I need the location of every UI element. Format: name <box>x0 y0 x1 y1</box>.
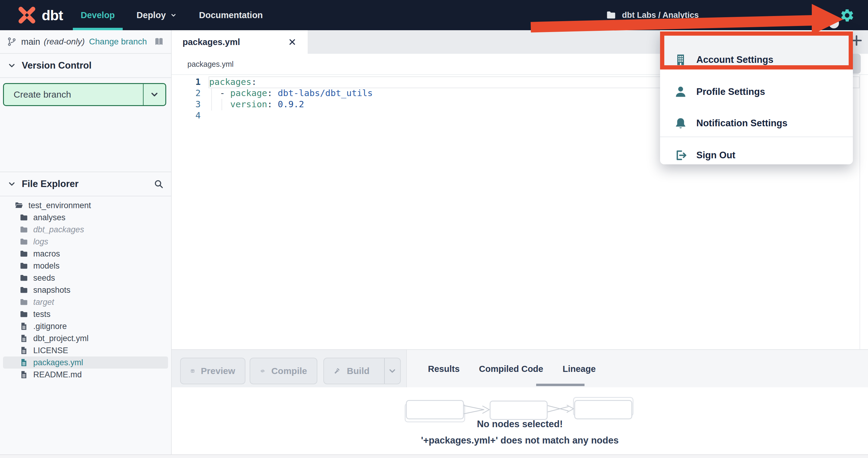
menu-item-label: Notification Settings <box>696 118 787 129</box>
editor-scroll-gutter <box>860 75 860 349</box>
results-panel-header: ResultsCompiled CodeLineage <box>406 349 868 387</box>
code-token: : <box>267 99 278 109</box>
button-label: Build <box>347 366 370 376</box>
tab-label: packages.yml <box>183 37 240 47</box>
file-tree-item-test-environment[interactable]: test_environment <box>0 199 171 211</box>
main-nav: DevelopDeployDocumentation <box>81 0 263 30</box>
lineage-arrow <box>547 402 576 416</box>
account-settings-menu: Account SettingsProfile SettingsNotifica… <box>660 30 853 164</box>
menu-item-profile-settings[interactable]: Profile Settings <box>674 83 844 101</box>
branch-name: main <box>21 37 40 47</box>
code-token: package <box>230 88 267 98</box>
file-tree: test_environmentanalysesdbt_packageslogs… <box>0 199 171 381</box>
lineage-empty-detail: '+packages.yml+' does not match any node… <box>172 435 868 446</box>
file-tree-item-analyses[interactable]: analyses <box>0 211 171 224</box>
version-control-title: Version Control <box>22 60 92 71</box>
tab-results[interactable]: Results <box>428 364 460 374</box>
file-name: dbt_packages <box>33 225 84 234</box>
file-icon <box>19 358 28 367</box>
nav-item-develop[interactable]: Develop <box>81 10 115 20</box>
folder-icon <box>19 237 28 246</box>
line-number-gutter: 1234 <box>172 76 201 121</box>
file-name: test_environment <box>28 201 91 210</box>
code-token: dbt-labs/dbt_utils <box>278 88 373 98</box>
close-icon[interactable] <box>288 37 297 46</box>
chevron-down-icon <box>150 90 159 99</box>
dbt-logo[interactable]: dbt <box>16 5 63 25</box>
code-token: - <box>209 88 230 98</box>
branch-bar: main (read-only) Change branch <box>0 30 171 54</box>
active-tab-underline <box>536 384 585 386</box>
docs-book-icon[interactable] <box>154 36 164 47</box>
change-branch-link[interactable]: Change branch <box>89 37 147 46</box>
tab-packages-yml[interactable]: packages.yml <box>172 30 308 54</box>
file-tree-item-snapshots[interactable]: snapshots <box>0 284 171 296</box>
code-token <box>209 99 230 109</box>
bottom-strip <box>0 454 868 458</box>
folder-icon <box>19 298 28 307</box>
nav-item-deploy[interactable]: Deploy <box>136 10 178 20</box>
hammer-icon <box>334 366 341 376</box>
file-explorer-title: File Explorer <box>22 178 79 189</box>
dbt-logo-icon <box>16 5 37 25</box>
build-dropdown[interactable] <box>384 358 400 384</box>
file-tree-item-license[interactable]: LICENSE <box>0 345 171 357</box>
file-name: packages.yml <box>33 358 83 367</box>
bell-icon <box>674 117 687 130</box>
folder-icon <box>606 10 617 21</box>
menu-item-label: Sign Out <box>696 150 735 161</box>
dbt-cloud-ide: dbt DevelopDeployDocumentation dbt Labs … <box>0 0 868 458</box>
line-number: 1 <box>172 76 201 88</box>
menu-item-sign-out[interactable]: Sign Out <box>674 146 844 164</box>
code-token: : <box>267 88 278 98</box>
editor-action-bar: PreviewCompileBuild <box>172 349 406 387</box>
file-tree-item-macros[interactable]: macros <box>0 248 171 260</box>
chevron-down-icon <box>388 366 397 375</box>
create-branch-label: Create branch <box>4 90 71 100</box>
file-tree-item-packages-yml[interactable]: packages.yml <box>3 357 168 368</box>
file-name: snapshots <box>33 286 70 295</box>
table-icon <box>190 366 195 376</box>
nav-item-label: Deploy <box>136 10 166 20</box>
menu-item-notification-settings[interactable]: Notification Settings <box>674 114 844 132</box>
build-button[interactable]: Build <box>323 358 401 384</box>
file-name: target <box>33 298 54 307</box>
version-control-header[interactable]: Version Control <box>0 54 171 78</box>
folder-icon <box>19 225 28 234</box>
code-token: version <box>230 99 267 109</box>
file-tree-item-logs[interactable]: logs <box>0 236 171 248</box>
search-icon[interactable] <box>154 179 164 189</box>
file-name: macros <box>33 249 60 259</box>
file-explorer-header[interactable]: File Explorer <box>0 172 171 196</box>
button-label: Preview <box>201 366 235 376</box>
file-tree-item-models[interactable]: models <box>0 260 171 272</box>
file-tree-item-dbt-packages[interactable]: dbt_packages <box>0 224 171 236</box>
line-number: 2 <box>172 88 201 99</box>
lineage-node <box>490 401 548 420</box>
file-name: seeds <box>33 273 55 283</box>
create-branch-button[interactable]: Create branch <box>3 83 166 106</box>
nav-item-documentation[interactable]: Documentation <box>199 10 263 20</box>
file-tree-item-readme-md[interactable]: README.md <box>0 368 171 381</box>
tab-lineage[interactable]: Lineage <box>562 364 596 374</box>
file-icon <box>19 346 28 355</box>
file-name: logs <box>33 237 49 247</box>
compile-button[interactable]: Compile <box>250 358 317 384</box>
file-tree-item-target[interactable]: target <box>0 296 171 308</box>
file-icon <box>19 322 28 331</box>
file-name: LICENSE <box>33 346 68 355</box>
tab-compiled-code[interactable]: Compiled Code <box>479 364 544 374</box>
file-tree-item-tests[interactable]: tests <box>0 308 171 320</box>
create-branch-dropdown[interactable] <box>143 84 165 105</box>
file-tree-item-seeds[interactable]: seeds <box>0 272 171 284</box>
file-name: analyses <box>33 213 66 222</box>
file-name: dbt_project.yml <box>33 334 89 343</box>
menu-item-account-settings[interactable]: Account Settings <box>674 51 844 69</box>
preview-button[interactable]: Preview <box>180 358 245 384</box>
file-tree-item-dbt-project-yml[interactable]: dbt_project.yml <box>0 332 171 345</box>
file-name: .gitignore <box>33 322 67 331</box>
annotation-arrow-head <box>812 4 843 35</box>
file-tree-item--gitignore[interactable]: .gitignore <box>0 320 171 332</box>
results-tabs: ResultsCompiled CodeLineage <box>428 350 596 388</box>
line-number: 3 <box>172 99 201 110</box>
